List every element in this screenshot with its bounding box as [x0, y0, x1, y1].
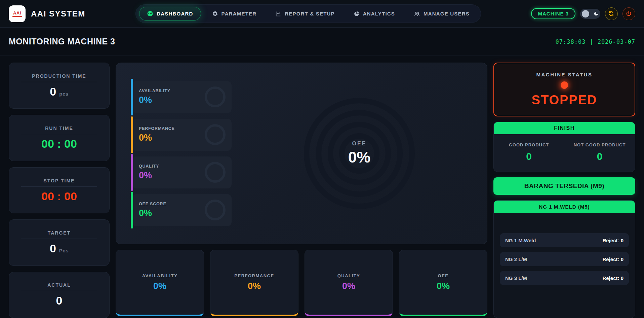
divider [21, 134, 97, 134]
stat-number: 0 [50, 242, 56, 255]
stat-card-production-time: PRODUCTION TIME 0 pcs [9, 63, 110, 109]
metric-label: PERFORMANCE [139, 126, 175, 131]
ng-item-reject: Reject: 0 [602, 275, 623, 281]
logo-text: AAI [13, 10, 21, 15]
bottom-card-value: 0% [437, 281, 450, 291]
theme-toggle[interactable] [580, 9, 600, 19]
metric-row-availability: AVAILABILITY 0% [132, 81, 232, 113]
stat-card-stop-time: STOP TIME 00 : 00 [9, 167, 110, 213]
bottom-card-label: PERFORMANCE [234, 273, 274, 278]
chart-line-icon [275, 11, 281, 17]
not-good-product-label: NOT GOOD PRODUCT [564, 142, 635, 147]
tab-analytics[interactable]: ANALYTICS [346, 7, 403, 21]
main-content: PRODUCTION TIME 0 pcs RUN TIME 00 : 00 S… [0, 56, 644, 318]
tab-report-setup[interactable]: REPORT & SETUP [268, 7, 342, 21]
bottom-card-value: 0% [153, 281, 166, 291]
brand: AAI AAI SYSTEM [9, 5, 85, 22]
machine-status-value: STOPPED [532, 93, 597, 107]
ng-list-item: NG 1 M.Weld Reject: 0 [500, 233, 629, 247]
stat-card-run-time: RUN TIME 00 : 00 [9, 115, 110, 161]
gauge-icon [147, 10, 153, 17]
stat-unit: Pcs [59, 248, 69, 253]
metric-gauge-ring [205, 200, 226, 220]
metric-info: AVAILABILITY 0% [139, 89, 170, 105]
toggle-knob [582, 10, 589, 17]
stat-value: 0 [56, 294, 63, 307]
metric-info: PERFORMANCE 0% [139, 126, 175, 143]
gauge-center: OEE 0% [348, 141, 370, 166]
refresh-button[interactable] [605, 7, 618, 20]
app-title: AAI SYSTEM [31, 9, 85, 19]
finish-card: FINISH GOOD PRODUCT 0 NOT GOOD PRODUCT 0 [493, 122, 635, 172]
tab-label: PARAMETER [222, 11, 257, 16]
oee-panel: AVAILABILITY 0% PERFORMANCE 0% QUALITY [116, 63, 487, 244]
divider [21, 239, 97, 239]
power-button[interactable] [622, 7, 635, 20]
gear-icon [212, 11, 218, 17]
stat-value: 00 : 00 [41, 137, 77, 150]
ng-item-name: NG 3 L/M [505, 275, 527, 281]
tab-dashboard[interactable]: DASHBOARD [139, 7, 201, 21]
stat-label: TARGET [48, 230, 71, 236]
bottom-card-label: QUALITY [337, 273, 360, 278]
ng-panel-header: NG 1 M.WELD (M5) [494, 201, 635, 213]
ng-item-name: NG 1 M.Weld [505, 238, 536, 243]
stat-card-target: TARGET 0 Pcs [9, 219, 110, 266]
pie-chart-icon [354, 11, 360, 17]
clock-time: 07:38:03 [556, 38, 586, 45]
right-column: MACHINE STATUS STOPPED FINISH GOOD PRODU… [493, 63, 635, 318]
logo-bar [12, 16, 22, 17]
ng-list: NG 1 M.Weld Reject: 0 NG 2 L/M Reject: 0… [494, 213, 635, 291]
metric-rows: AVAILABILITY 0% PERFORMANCE 0% QUALITY [132, 63, 232, 244]
left-stats-column: PRODUCTION TIME 0 pcs RUN TIME 00 : 00 S… [9, 63, 110, 318]
metric-gauge-ring [205, 124, 226, 145]
good-product-label: GOOD PRODUCT [494, 142, 564, 147]
finish-header: FINISH [494, 122, 635, 134]
tab-manage-users[interactable]: MANAGE USERS [406, 7, 477, 21]
metric-label: AVAILABILITY [139, 89, 170, 93]
gauge-value: 0% [348, 148, 370, 166]
stat-label: PRODUCTION TIME [32, 73, 86, 79]
bottom-card-quality: QUALITY 0% [305, 250, 393, 316]
metric-gauge-ring [205, 86, 226, 107]
not-good-product-cell: NOT GOOD PRODUCT 0 [564, 134, 635, 172]
machine-status-card: MACHINE STATUS STOPPED [493, 63, 635, 116]
metric-info: QUALITY 0% [139, 164, 159, 181]
machine-badge[interactable]: MACHINE 3 [531, 8, 575, 19]
center-column: AVAILABILITY 0% PERFORMANCE 0% QUALITY [116, 63, 487, 318]
nav-right-controls: MACHINE 3 [531, 7, 635, 20]
clock: 07:38:03 | 2026-03-07 [556, 38, 636, 45]
stat-label: RUN TIME [45, 126, 73, 131]
machine-status-label: MACHINE STATUS [536, 72, 593, 77]
bottom-card-oee: OEE 0% [399, 250, 487, 316]
bottom-card-value: 0% [342, 281, 355, 291]
oee-gauge: OEE 0% [304, 98, 415, 209]
page-header: MONITORING MACHINE 3 07:38:03 | 2026-03-… [0, 28, 644, 56]
power-icon [626, 10, 632, 17]
metric-row-oee-score: OEE SCORE 0% [132, 194, 232, 226]
stat-card-actual: ACTUAL 0 [9, 272, 110, 318]
metric-info: OEE SCORE 0% [139, 202, 166, 218]
bottom-card-availability: AVAILABILITY 0% [116, 250, 204, 316]
product-counts: GOOD PRODUCT 0 NOT GOOD PRODUCT 0 [494, 134, 635, 172]
moon-icon [594, 11, 599, 16]
ng-panel: NG 1 M.WELD (M5) NG 1 M.Weld Reject: 0 N… [493, 200, 635, 318]
good-product-value: 0 [494, 151, 564, 162]
ng-list-item: NG 3 L/M Reject: 0 [500, 271, 629, 285]
nav-tabs: DASHBOARD PARAMETER REPORT & SETUP [135, 4, 481, 23]
stat-value: 0 pcs [50, 85, 68, 98]
ng-item-reject: Reject: 0 [602, 238, 623, 243]
good-product-cell: GOOD PRODUCT 0 [494, 134, 564, 172]
bottom-card-label: OEE [438, 273, 449, 278]
metric-value: 0% [139, 95, 170, 105]
bottom-card-label: AVAILABILITY [142, 273, 178, 278]
stat-value: 00 : 00 [41, 190, 77, 203]
clock-separator: | [590, 38, 593, 45]
bottom-card-performance: PERFORMANCE 0% [210, 250, 298, 316]
ng-item-name: NG 2 L/M [505, 256, 527, 262]
bottom-metric-cards: AVAILABILITY 0% PERFORMANCE 0% QUALITY 0… [116, 250, 487, 316]
stat-label: ACTUAL [47, 282, 71, 288]
clock-date: 2026-03-07 [598, 38, 635, 45]
tab-parameter[interactable]: PARAMETER [204, 7, 265, 21]
stat-value: 0 Pcs [50, 242, 69, 255]
